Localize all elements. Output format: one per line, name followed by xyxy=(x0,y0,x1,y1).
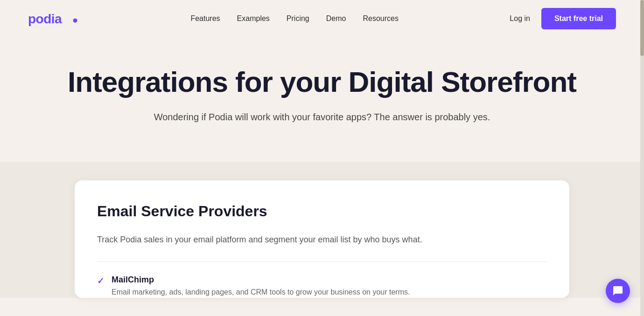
scrollbar-thumb[interactable] xyxy=(640,0,644,56)
card-title: Email Service Providers xyxy=(97,203,547,220)
nav-item-examples[interactable]: Examples xyxy=(237,14,270,23)
log-in-link[interactable]: Log in xyxy=(510,14,530,23)
nav-item-resources[interactable]: Resources xyxy=(363,14,398,23)
nav-item-pricing[interactable]: Pricing xyxy=(287,14,309,23)
navbar: podia Features Examples Pricing Demo Res… xyxy=(0,0,644,37)
podia-logo: podia xyxy=(28,10,79,27)
check-icon: ✓ xyxy=(97,276,104,286)
scrollbar[interactable] xyxy=(640,0,644,316)
nav-link-features[interactable]: Features xyxy=(190,14,220,22)
svg-point-1 xyxy=(73,19,77,23)
mailchimp-item: ✓ MailChimp Email marketing, ads, landin… xyxy=(97,262,547,298)
nav-link-examples[interactable]: Examples xyxy=(237,14,270,22)
chat-button[interactable] xyxy=(606,279,630,303)
hero-subtitle: Wondering if Podia will work with your f… xyxy=(28,110,616,124)
hero-title: Integrations for your Digital Storefront xyxy=(28,65,616,98)
start-trial-button[interactable]: Start free trial xyxy=(541,8,616,29)
integrations-card: Email Service Providers Track Podia sale… xyxy=(75,180,569,298)
lower-section: Email Service Providers Track Podia sale… xyxy=(0,162,644,298)
card-description: Track Podia sales in your email platform… xyxy=(97,233,547,247)
svg-text:podia: podia xyxy=(28,12,62,26)
nav-link-demo[interactable]: Demo xyxy=(326,14,346,22)
nav-item-features[interactable]: Features xyxy=(190,14,220,23)
hero-section: Integrations for your Digital Storefront… xyxy=(0,37,644,162)
nav-right: Log in Start free trial xyxy=(510,8,616,29)
integration-name: MailChimp xyxy=(112,275,547,285)
nav-item-demo[interactable]: Demo xyxy=(326,14,346,23)
nav-links: Features Examples Pricing Demo Resources xyxy=(190,14,398,23)
logo[interactable]: podia xyxy=(28,10,79,27)
integration-content: MailChimp Email marketing, ads, landing … xyxy=(112,275,547,298)
chat-icon xyxy=(612,285,623,296)
nav-link-resources[interactable]: Resources xyxy=(363,14,398,22)
integration-desc: Email marketing, ads, landing pages, and… xyxy=(112,287,547,298)
nav-link-pricing[interactable]: Pricing xyxy=(287,14,309,22)
